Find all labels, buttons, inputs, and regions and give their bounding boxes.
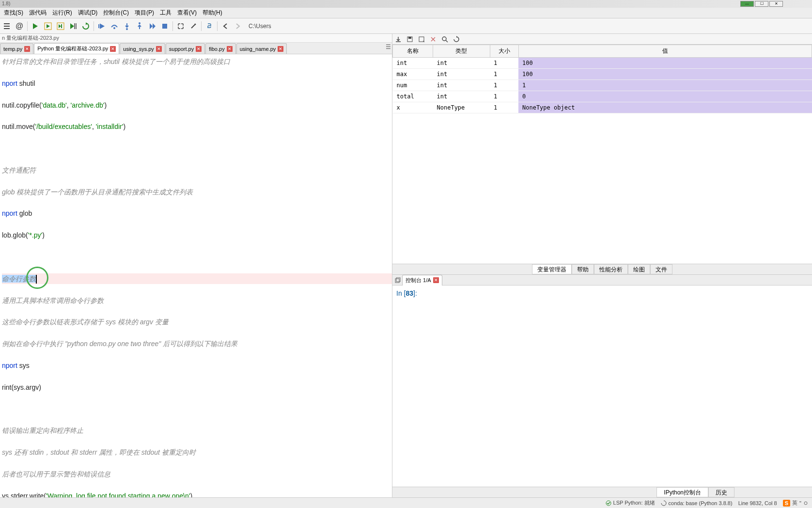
editor-tab[interactable]: temp.py✕ [0, 43, 33, 54]
conda-status[interactable]: conda: base (Python 3.8.8) [661, 500, 733, 506]
code-line[interactable]: nport glob [2, 208, 392, 219]
run-selection-icon[interactable] [67, 20, 79, 32]
code-line[interactable] [2, 371, 392, 381]
variable-row[interactable]: maxint1100 [393, 69, 812, 80]
variable-row[interactable]: numint11 [393, 80, 812, 91]
code-line[interactable] [2, 197, 392, 208]
code-line[interactable] [2, 404, 392, 414]
code-line[interactable] [2, 436, 392, 447]
rerun-icon[interactable] [80, 20, 92, 32]
run-cell-advance-icon[interactable] [55, 20, 66, 32]
close-icon[interactable]: ✕ [433, 277, 439, 283]
editor-tab[interactable]: fibo.py✕ [205, 43, 235, 54]
step-out-icon[interactable] [134, 20, 145, 32]
menu-item[interactable]: 运行(R) [49, 8, 75, 18]
stop-icon[interactable] [159, 20, 171, 32]
close-icon[interactable]: ✕ [24, 46, 30, 52]
menu-item[interactable]: 项目(P) [132, 8, 157, 18]
editor-tab[interactable]: Python 量化编程基础-2023.py✕ [34, 43, 119, 54]
menu-item[interactable]: 控制台(C) [100, 8, 132, 18]
menu-item[interactable]: 调试(D) [75, 8, 101, 18]
code-line[interactable] [2, 241, 392, 252]
window-maximize-button[interactable]: ☐ [755, 1, 768, 7]
code-line[interactable] [2, 328, 392, 338]
code-line[interactable]: glob 模块提供了一个函数用于从目录通配符搜索中生成文件列表 [2, 187, 392, 197]
code-line[interactable] [2, 67, 392, 78]
save-as-icon[interactable] [418, 35, 425, 43]
run-cell-icon[interactable] [42, 20, 54, 32]
ime-indicator[interactable]: S 英 " [783, 499, 808, 507]
code-line[interactable]: 针对日常的文件和目录管理任务，shutil 模块提供了一个易于使用的高级接口 [2, 56, 392, 67]
python-path-icon[interactable] [203, 20, 215, 32]
working-dir-path[interactable]: C:\Users [249, 23, 271, 30]
code-line[interactable]: nport sys [2, 360, 392, 371]
code-editor[interactable]: 针对日常的文件和目录管理任务，shutil 模块提供了一个易于使用的高级接口 n… [0, 54, 392, 497]
step-into-icon[interactable] [121, 20, 133, 32]
lsp-status[interactable]: LSP Python: 就绪 [606, 499, 655, 507]
panel-tab[interactable]: 变量管理器 [532, 264, 572, 274]
import-icon[interactable] [394, 35, 402, 43]
variable-row[interactable]: totalint10 [393, 91, 812, 102]
code-line[interactable] [2, 132, 392, 143]
code-line[interactable] [2, 306, 392, 317]
code-line[interactable] [2, 414, 392, 425]
breadcrumb[interactable]: n 量化编程基础-2023.py [0, 34, 392, 43]
code-line[interactable] [2, 479, 392, 490]
debug-step-icon[interactable] [96, 20, 108, 32]
refresh-icon[interactable] [453, 35, 460, 43]
code-line[interactable] [2, 154, 392, 165]
menu-item[interactable]: 源代码 [26, 8, 49, 18]
menu-item[interactable]: 查看(V) [174, 8, 200, 18]
code-line[interactable] [2, 219, 392, 230]
panel-tab[interactable]: 绘图 [628, 264, 650, 274]
step-over-icon[interactable] [109, 20, 120, 32]
list-icon[interactable] [1, 20, 13, 32]
console-tab[interactable]: 控制台 1/A ✕ [402, 275, 442, 286]
variable-row[interactable]: intint1100 [393, 58, 812, 69]
code-line[interactable]: 例如在命令行中执行 "python demo.py one two three"… [2, 338, 392, 349]
code-line[interactable] [2, 393, 392, 403]
code-line[interactable]: 这些命令行参数以链表形式存储于 sys 模块的 argv 变量 [2, 317, 392, 327]
search-icon[interactable] [441, 35, 449, 43]
close-icon[interactable]: ✕ [110, 46, 116, 52]
code-line[interactable]: lob.glob('*.py') [2, 230, 392, 240]
editor-tab[interactable]: using_name.py✕ [236, 43, 287, 54]
run-icon[interactable] [30, 20, 41, 32]
clear-icon[interactable] [429, 35, 437, 43]
maximize-pane-icon[interactable] [175, 20, 187, 32]
window-minimize-button[interactable]: — [740, 1, 754, 7]
cursor-position[interactable]: Line 9832, Col 8 [738, 500, 777, 506]
back-icon[interactable] [219, 20, 231, 32]
code-line[interactable]: 错误输出重定向和程序终止 [2, 425, 392, 436]
console-type-tab[interactable]: IPython控制台 [656, 487, 708, 497]
save-icon[interactable] [406, 35, 414, 43]
panel-tab[interactable]: 文件 [650, 264, 672, 274]
at-icon[interactable]: @ [14, 20, 25, 32]
code-line[interactable]: ys.stderr.write('Warning, log file not f… [2, 491, 392, 497]
close-icon[interactable]: ✕ [278, 46, 283, 52]
column-header[interactable]: 大小 [490, 45, 518, 58]
column-header[interactable]: 名称 [393, 45, 433, 58]
code-line[interactable] [2, 284, 392, 295]
forward-icon[interactable] [232, 20, 244, 32]
variable-explorer[interactable]: 名称类型大小值 intint1100maxint1100numint11tota… [392, 45, 812, 264]
code-line[interactable]: 通用工具脚本经常调用命令行参数 [2, 295, 392, 306]
prefs-icon[interactable] [187, 20, 199, 32]
code-line[interactable] [2, 458, 392, 468]
panel-tab[interactable]: 性能分析 [594, 264, 628, 274]
code-line[interactable] [2, 111, 392, 121]
close-icon[interactable]: ✕ [156, 46, 162, 52]
code-line[interactable] [2, 175, 392, 186]
console-type-tab[interactable]: 历史 [708, 487, 734, 497]
window-close-button[interactable]: ✕ [769, 1, 783, 7]
editor-tab[interactable]: using_sys.py✕ [120, 43, 165, 54]
menu-item[interactable]: 帮助(H) [200, 8, 225, 18]
code-line[interactable]: sys 还有 stdin，stdout 和 stderr 属性，即使在 stdo… [2, 447, 392, 458]
code-line[interactable]: nutil.copyfile('data.db', 'archive.db') [2, 100, 392, 111]
code-line[interactable]: 命令行参数 [2, 273, 392, 284]
close-icon[interactable]: ✕ [196, 46, 202, 52]
code-line[interactable]: 文件通配符 [2, 165, 392, 175]
continue-icon[interactable] [146, 20, 158, 32]
panel-tab[interactable]: 帮助 [572, 264, 594, 274]
column-header[interactable]: 值 [518, 45, 812, 58]
